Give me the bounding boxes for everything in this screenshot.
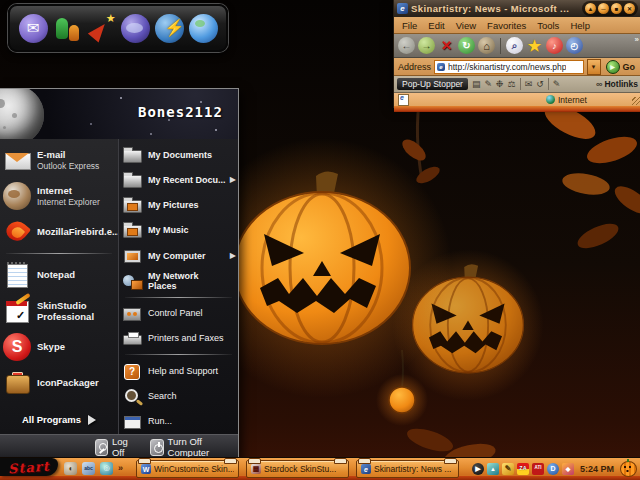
back-icon[interactable]: ←	[398, 37, 415, 54]
history-clock-icon[interactable]: ◴	[566, 37, 583, 54]
start-item-search[interactable]: Search	[119, 383, 238, 408]
start-item-mozillafirebird[interactable]: MozillaFirebird.e...	[0, 214, 118, 250]
rocket-star-icon[interactable]: ★	[87, 14, 116, 43]
search-icon[interactable]: ⌕	[506, 37, 523, 54]
start-item-my-recent-documents[interactable]: My Recent Docu... ▶	[119, 167, 238, 192]
home-icon[interactable]: ⌂	[478, 37, 495, 54]
close-button[interactable]: ✕	[624, 3, 635, 14]
power-icon	[150, 439, 163, 456]
skype-icon: S	[3, 333, 31, 361]
resize-grip[interactable]	[632, 97, 640, 105]
start-item-skinstudio[interactable]: ✓ SkinStudio Professional	[0, 293, 118, 329]
folder-icon	[122, 172, 142, 188]
divider	[125, 354, 232, 355]
start-item-help-support[interactable]: ? Help and Support	[119, 358, 238, 383]
taskbar-clock[interactable]: 5:24 PM	[577, 464, 617, 474]
start-item-notepad[interactable]: Notepad	[0, 257, 118, 293]
menu-file[interactable]: File	[402, 20, 417, 31]
start-item-control-panel[interactable]: Control Panel	[119, 301, 238, 326]
start-button[interactable]: Start	[0, 458, 58, 476]
person-orange	[69, 25, 79, 41]
antenna-icon[interactable]: ⚖	[508, 80, 516, 89]
sync-icon[interactable]: ↺	[536, 80, 544, 89]
quicklaunch-overflow-chevron[interactable]: »	[118, 463, 123, 473]
start-item-my-computer[interactable]: My Computer ▶	[119, 243, 238, 268]
favorites-star-icon[interactable]: ★	[526, 37, 543, 54]
lightning-globe-icon[interactable]: ⚡	[155, 14, 184, 43]
mail-globe-icon[interactable]: ✉	[19, 14, 48, 43]
document-page-icon	[398, 94, 409, 106]
start-item-my-network-places[interactable]: My Network Places	[119, 268, 238, 293]
menu-favorites[interactable]: Favorites	[487, 20, 526, 31]
toolbar-overflow-chevron[interactable]: »	[635, 35, 639, 44]
earth-globe-icon[interactable]	[189, 14, 218, 43]
start-button-label: Start	[8, 458, 51, 476]
start-item-email[interactable]: E-mailOutlook Express	[0, 142, 118, 178]
pumpkin-tray-icon[interactable]	[620, 461, 637, 477]
popup-stopper-bar: Pop-Up Stopper ▤ ✎ ❉ ⚖ ✉ ↺ ✎ ∞ Hotlinks	[394, 76, 640, 93]
skinstudio-icon: ✓	[3, 297, 31, 325]
task-stardock-skinstudio[interactable]: ▩ Stardock SkinStu...	[246, 460, 349, 478]
stop-icon[interactable]: ✕	[438, 37, 455, 54]
internet-zone-globe-icon	[546, 95, 555, 104]
go-button[interactable]: ▶ Go	[604, 60, 638, 74]
hamster-quicklaunch-icon[interactable]: ◖	[64, 462, 77, 475]
divider	[125, 297, 232, 298]
ati-tray-icon[interactable]: ATI	[532, 463, 544, 475]
all-programs-button[interactable]: All Programs	[0, 406, 118, 431]
address-url: http://skinartistry.com/news.php	[448, 62, 566, 72]
zonealarm-tray-icon[interactable]: ZA	[517, 463, 529, 475]
log-off-button[interactable]: Log Off	[95, 436, 134, 458]
start-item-run[interactable]: Run...	[119, 409, 238, 434]
printer-icon	[122, 330, 142, 346]
d-app-tray-icon[interactable]: D	[547, 463, 559, 475]
go-icon: ▶	[606, 60, 620, 74]
task-wincustomize[interactable]: W WinCustomize Skin...	[136, 460, 239, 478]
start-item-skype[interactable]: S Skype	[0, 329, 118, 365]
minimize-button[interactable]: ─	[598, 3, 609, 14]
turn-off-computer-button[interactable]: Turn Off Computer	[150, 436, 226, 458]
start-item-my-pictures[interactable]: My Pictures	[119, 193, 238, 218]
rollup-button[interactable]: ▲	[585, 3, 596, 14]
link-icon: ∞	[596, 80, 602, 89]
wincustomize-icon: W	[141, 464, 151, 474]
start-item-internet[interactable]: InternetInternet Explorer	[0, 178, 118, 214]
forward-icon[interactable]: →	[418, 37, 435, 54]
pencil-tray-icon[interactable]: ✎	[502, 463, 514, 475]
task-skinartistry-news[interactable]: e Skinartistry: News ...	[356, 460, 459, 478]
mail-tray-icon[interactable]: ✉	[525, 80, 533, 89]
menu-view[interactable]: View	[456, 20, 476, 31]
maximize-button[interactable]: ■	[611, 3, 622, 14]
play-tray-icon[interactable]: ▶	[472, 463, 484, 475]
teal-app-tray-icon[interactable]: ▲	[487, 463, 499, 475]
sites-icon[interactable]: ▤	[472, 80, 481, 89]
start-item-my-documents[interactable]: My Documents	[119, 142, 238, 167]
media-icon[interactable]: ♪	[546, 37, 563, 54]
network-globe-icon	[122, 273, 142, 289]
start-item-iconpackager[interactable]: IconPackager	[0, 365, 118, 401]
menu-tools[interactable]: Tools	[537, 20, 559, 31]
music-folder-icon	[122, 222, 142, 238]
menu-help[interactable]: Help	[570, 20, 590, 31]
start-item-my-music[interactable]: My Music	[119, 218, 238, 243]
folder-icon	[122, 147, 142, 163]
pen-icon[interactable]: ✎	[484, 80, 492, 89]
refresh-icon[interactable]: ↻	[458, 37, 475, 54]
menu-edit[interactable]: Edit	[428, 20, 444, 31]
title-bar[interactable]: e Skinartistry: News - Microsoft ... ▲ ─…	[394, 0, 640, 17]
bird-app-tray-icon[interactable]: ◆	[562, 463, 574, 475]
messenger-people-icon[interactable]	[53, 14, 82, 43]
hotlinks-label[interactable]: Hotlinks	[604, 79, 638, 89]
start-item-printers-faxes[interactable]: Printers and Faxes	[119, 326, 238, 351]
ink-icon[interactable]: ✎	[553, 80, 561, 89]
window-title: Skinartistry: News - Microsoft ...	[411, 3, 579, 14]
wheel-icon[interactable]: ❉	[496, 80, 504, 89]
purple-globe-icon[interactable]	[121, 14, 150, 43]
popup-stopper-button[interactable]: Pop-Up Stopper	[397, 78, 468, 90]
abc-doc-quicklaunch-icon[interactable]: abc	[82, 462, 95, 475]
address-input[interactable]: e http://skinartistry.com/news.php	[434, 60, 583, 74]
quick-launch-bar: ◖ abc ◎ »	[64, 461, 123, 475]
globe-app-quicklaunch-icon[interactable]: ◎	[100, 462, 113, 475]
iconpackager-icon	[3, 369, 31, 397]
address-dropdown-icon[interactable]: ▼	[587, 59, 601, 75]
